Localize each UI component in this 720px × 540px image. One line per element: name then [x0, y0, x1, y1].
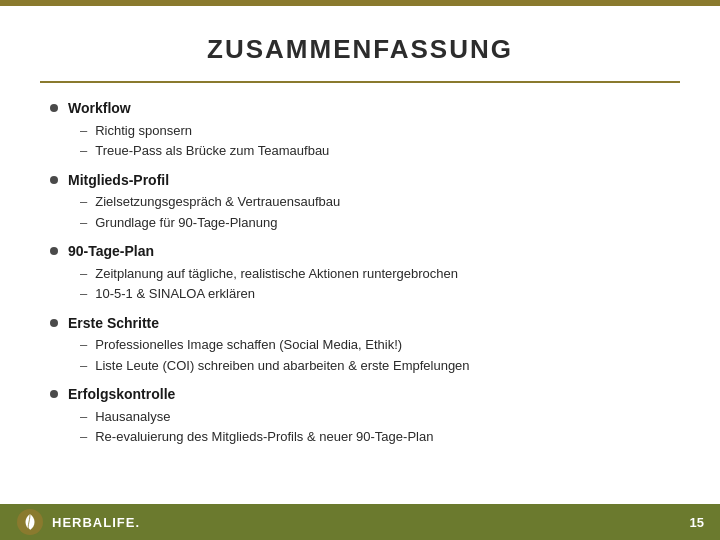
sub-bullet: –Richtig sponsern — [76, 121, 670, 141]
herbalife-logo: HERBALIFE. — [16, 508, 140, 536]
slide: ZUSAMMENFASSUNG Workflow–Richtig sponser… — [0, 0, 720, 540]
sub-dash-icon: – — [80, 427, 87, 447]
sub-bullet-text: Treue-Pass als Brücke zum Teamaufbau — [95, 141, 329, 161]
sub-bullets: –Hausanalyse–Re-evaluierung des Mitglied… — [76, 407, 670, 447]
sub-bullet: –Treue-Pass als Brücke zum Teamaufbau — [76, 141, 670, 161]
bullet-main-text: Erfolgskontrolle — [68, 385, 175, 405]
bullet-main-mitglieds-profil: Mitglieds-Profil — [50, 171, 670, 191]
sub-bullet: –Liste Leute (COI) schreiben und abarbei… — [76, 356, 670, 376]
logo-text: HERBALIFE. — [52, 515, 140, 530]
sub-dash-icon: – — [80, 121, 87, 141]
sub-bullet-text: Professionelles Image schaffen (Social M… — [95, 335, 402, 355]
bullet-main-erste-schritte: Erste Schritte — [50, 314, 670, 334]
bottom-bar: HERBALIFE. 15 — [0, 504, 720, 540]
bullet-main-text: Workflow — [68, 99, 131, 119]
sub-bullet-text: Richtig sponsern — [95, 121, 192, 141]
sub-bullet: –Zeitplanung auf tägliche, realistische … — [76, 264, 670, 284]
sub-bullet: –Re-evaluierung des Mitglieds-Profils & … — [76, 427, 670, 447]
sub-dash-icon: – — [80, 213, 87, 233]
sub-bullet-text: Hausanalyse — [95, 407, 170, 427]
bullet-section-90-tage-plan: 90-Tage-Plan–Zeitplanung auf tägliche, r… — [50, 242, 670, 304]
sub-bullet-text: Grundlage für 90-Tage-Planung — [95, 213, 277, 233]
sub-bullets: –Zeitplanung auf tägliche, realistische … — [76, 264, 670, 304]
sub-bullet: –Hausanalyse — [76, 407, 670, 427]
sub-bullets: –Professionelles Image schaffen (Social … — [76, 335, 670, 375]
sub-bullets: –Richtig sponsern–Treue-Pass als Brücke … — [76, 121, 670, 161]
bullet-main-workflow: Workflow — [50, 99, 670, 119]
sub-bullet: –10-5-1 & SINALOA erklären — [76, 284, 670, 304]
sub-dash-icon: – — [80, 141, 87, 161]
bullet-dot — [50, 390, 58, 398]
sub-bullet-text: Zielsetzungsgespräch & Vertrauensaufbau — [95, 192, 340, 212]
bullet-section-workflow: Workflow–Richtig sponsern–Treue-Pass als… — [50, 99, 670, 161]
sub-dash-icon: – — [80, 407, 87, 427]
bullet-section-erfolgskontrolle: Erfolgskontrolle–Hausanalyse–Re-evaluier… — [50, 385, 670, 447]
sub-dash-icon: – — [80, 192, 87, 212]
sub-bullet: –Zielsetzungsgespräch & Vertrauensaufbau — [76, 192, 670, 212]
sub-dash-icon: – — [80, 335, 87, 355]
sub-bullet-text: Re-evaluierung des Mitglieds-Profils & n… — [95, 427, 433, 447]
sub-bullet: –Professionelles Image schaffen (Social … — [76, 335, 670, 355]
bullet-section-erste-schritte: Erste Schritte–Professionelles Image sch… — [50, 314, 670, 376]
leaf-icon — [16, 508, 44, 536]
content-area: Workflow–Richtig sponsern–Treue-Pass als… — [0, 83, 720, 504]
sub-bullet-text: Zeitplanung auf tägliche, realistische A… — [95, 264, 458, 284]
bullet-main-text: Erste Schritte — [68, 314, 159, 334]
sub-bullet: –Grundlage für 90-Tage-Planung — [76, 213, 670, 233]
bullet-section-mitglieds-profil: Mitglieds-Profil–Zielsetzungsgespräch & … — [50, 171, 670, 233]
sub-bullets: –Zielsetzungsgespräch & Vertrauensaufbau… — [76, 192, 670, 232]
title-area: ZUSAMMENFASSUNG — [0, 6, 720, 75]
sub-bullet-text: Liste Leute (COI) schreiben und abarbeit… — [95, 356, 469, 376]
bullet-main-erfolgskontrolle: Erfolgskontrolle — [50, 385, 670, 405]
bullet-dot — [50, 319, 58, 327]
bullet-main-text: Mitglieds-Profil — [68, 171, 169, 191]
sub-dash-icon: – — [80, 264, 87, 284]
page-number: 15 — [690, 515, 704, 530]
bullet-main-text: 90-Tage-Plan — [68, 242, 154, 262]
bullet-dot — [50, 104, 58, 112]
bullet-main-90-tage-plan: 90-Tage-Plan — [50, 242, 670, 262]
slide-title: ZUSAMMENFASSUNG — [40, 34, 680, 65]
sub-dash-icon: – — [80, 284, 87, 304]
bullet-dot — [50, 176, 58, 184]
sub-bullet-text: 10-5-1 & SINALOA erklären — [95, 284, 255, 304]
sub-dash-icon: – — [80, 356, 87, 376]
bullet-dot — [50, 247, 58, 255]
